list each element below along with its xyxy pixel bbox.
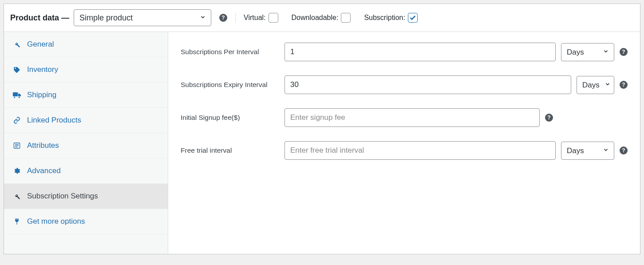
separator	[235, 13, 236, 23]
sidebar: General Inventory Shipping Linked Produc…	[4, 32, 168, 254]
subs-per-interval-label: Subscriptions Per Interval	[181, 48, 279, 56]
sidebar-item-linked-products[interactable]: Linked Products	[4, 108, 168, 133]
sidebar-item-label: General	[27, 40, 54, 49]
product-data-panel: Product data — Simple product ? Virtual:…	[4, 4, 640, 254]
wrench-icon	[13, 40, 21, 48]
help-icon[interactable]: ?	[545, 114, 553, 122]
row-free-trial: Free trial interval Days ?	[181, 141, 628, 160]
panel-title: Product data —	[10, 13, 69, 23]
downloadable-label: Downloadable:	[292, 14, 339, 22]
help-icon[interactable]: ?	[219, 14, 227, 22]
help-icon[interactable]: ?	[620, 81, 628, 89]
sidebar-item-advanced[interactable]: Advanced	[4, 158, 168, 184]
signup-fee-input[interactable]	[284, 108, 540, 127]
downloadable-checkbox-group: Downloadable:	[292, 13, 351, 23]
list-icon	[13, 142, 21, 150]
signup-fee-label: Initial Signup fee($)	[181, 114, 279, 122]
panel-header: Product data — Simple product ? Virtual:…	[4, 4, 640, 32]
subs-per-interval-unit-select[interactable]: Days	[561, 43, 614, 61]
subs-expiry-unit-select[interactable]: Days	[577, 76, 614, 94]
row-signup-fee: Initial Signup fee($) ?	[181, 108, 628, 127]
subs-per-interval-input[interactable]	[284, 43, 556, 61]
sidebar-item-get-more-options[interactable]: Get more options	[4, 209, 168, 234]
truck-icon	[13, 91, 21, 99]
main-content: Subscriptions Per Interval Days ? Subscr…	[168, 32, 640, 254]
subs-expiry-input[interactable]	[284, 75, 571, 94]
subscription-checkbox[interactable]	[408, 13, 418, 23]
virtual-label: Virtual:	[244, 14, 266, 22]
product-type-select-wrap: Simple product	[74, 9, 211, 26]
sidebar-item-label: Advanced	[27, 166, 61, 175]
sidebar-item-label: Inventory	[27, 65, 58, 74]
free-trial-unit-select[interactable]: Days	[561, 142, 614, 160]
subscription-label: Subscription:	[364, 14, 405, 22]
sidebar-item-label: Subscription Settings	[27, 192, 98, 201]
sidebar-item-inventory[interactable]: Inventory	[4, 57, 168, 83]
gear-icon	[13, 167, 21, 175]
downloadable-checkbox[interactable]	[341, 13, 351, 23]
product-type-select[interactable]: Simple product	[74, 9, 211, 26]
row-subscriptions-expiry-interval: Subscriptions Expiry Interval Days ?	[181, 75, 628, 94]
sidebar-item-attributes[interactable]: Attributes	[4, 133, 168, 158]
sidebar-item-subscription-settings[interactable]: Subscription Settings	[4, 184, 168, 209]
sidebar-item-general[interactable]: General	[4, 32, 168, 57]
sidebar-item-label: Get more options	[27, 217, 85, 226]
sidebar-item-label: Linked Products	[27, 116, 81, 125]
subscription-checkbox-group: Subscription:	[364, 13, 418, 23]
help-icon[interactable]: ?	[620, 48, 628, 56]
sidebar-item-label: Shipping	[27, 91, 56, 99]
wrench-icon	[13, 192, 21, 200]
virtual-checkbox[interactable]	[269, 13, 278, 23]
sidebar-item-label: Attributes	[27, 141, 59, 150]
row-subscriptions-per-interval: Subscriptions Per Interval Days ?	[181, 43, 628, 61]
panel-body: General Inventory Shipping Linked Produc…	[4, 32, 640, 254]
subs-expiry-label: Subscriptions Expiry Interval	[181, 81, 279, 89]
plug-icon	[13, 218, 21, 225]
free-trial-input[interactable]	[284, 141, 556, 160]
help-icon[interactable]: ?	[620, 146, 628, 154]
tag-icon	[13, 66, 21, 74]
sidebar-item-shipping[interactable]: Shipping	[4, 83, 168, 108]
free-trial-label: Free trial interval	[181, 146, 279, 154]
link-icon	[13, 116, 21, 124]
virtual-checkbox-group: Virtual:	[244, 13, 278, 23]
